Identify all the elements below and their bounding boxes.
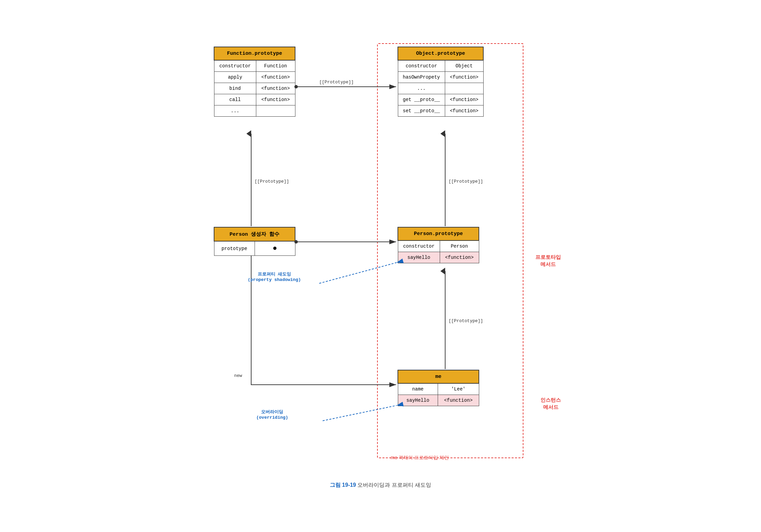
- object-prototype-header: Object.prototype: [398, 47, 483, 60]
- me-instance-table: me name 'Lee' sayHello <function>: [398, 370, 479, 406]
- table-row: name 'Lee': [398, 383, 479, 395]
- prototype-label-1: [[Prototype]]: [319, 80, 354, 85]
- person-constructor-table: Person 생성자 함수 prototype ●: [214, 227, 295, 256]
- cell: Person: [440, 240, 479, 252]
- new-label: new: [234, 373, 242, 378]
- cell: <function>: [445, 105, 483, 117]
- cell-prototype-label: prototype: [214, 241, 255, 256]
- cell-sayhello-value: <function>: [438, 395, 479, 406]
- cell: constructor: [398, 60, 445, 72]
- function-prototype-header: Function.prototype: [214, 47, 295, 60]
- person-prototype-table: Person.prototype constructor Person sayH…: [398, 227, 479, 263]
- table-row: get __proto__ <function>: [398, 94, 483, 105]
- cell: Function: [256, 60, 295, 72]
- cell: get __proto__: [398, 94, 445, 105]
- table-row: constructor Person: [398, 240, 479, 252]
- caption-colored: 그림 19-19: [330, 482, 356, 488]
- diagram-caption: 그림 19-19 오버라이딩과 프로퍼티 새도잉: [261, 482, 500, 489]
- cell: constructor: [398, 240, 440, 252]
- cell: ...: [214, 105, 256, 117]
- cell-sayhello: sayHello: [398, 395, 438, 406]
- table-row: prototype ●: [214, 241, 295, 256]
- overriding-en: (overriding): [256, 415, 288, 420]
- table-row: bind <function>: [214, 83, 295, 94]
- diagram-container: Function.prototype constructor Function …: [193, 36, 568, 496]
- cell: bind: [214, 83, 256, 94]
- cell: <function>: [445, 94, 483, 105]
- table-row: apply <function>: [214, 72, 295, 83]
- caption-plain: 오버라이딩과 프로퍼티 새도잉: [356, 482, 431, 488]
- person-prototype-header: Person.prototype: [398, 227, 479, 240]
- overriding-ko: 오버라이딩: [256, 409, 288, 415]
- cell-sayhello-value: <function>: [440, 252, 479, 263]
- table-row: constructor Function: [214, 60, 295, 72]
- cell: hasOwnPropety: [398, 72, 445, 83]
- cell: <function>: [445, 72, 483, 83]
- table-row: set __proto__ <function>: [398, 105, 483, 117]
- property-shadowing-ko: 프로퍼티 새도잉: [248, 271, 301, 277]
- cell: ...: [398, 83, 445, 94]
- property-shadowing-label: 프로퍼티 새도잉 (property shadowing): [248, 271, 301, 282]
- cell-sayhello: sayHello: [398, 252, 440, 263]
- table-row: call <function>: [214, 94, 295, 105]
- cell: call: [214, 94, 256, 105]
- table-row: sayHello <function>: [398, 395, 479, 406]
- person-constructor-header: Person 생성자 함수: [214, 227, 295, 241]
- cell-name: name: [398, 383, 438, 395]
- cell: Object: [445, 60, 483, 72]
- prototype-method-line1: 프로토타입: [535, 254, 561, 261]
- prototype-method-line2: 메서드: [535, 261, 561, 268]
- cell: [445, 83, 483, 94]
- cell-prototype-dot: ●: [255, 241, 295, 256]
- table-row: sayHello <function>: [398, 252, 479, 263]
- cell: <function>: [256, 94, 295, 105]
- prototype-method-label: 프로토타입 메서드: [535, 254, 561, 268]
- cell: constructor: [214, 60, 256, 72]
- prototype-label-2: [[Prototype]]: [255, 179, 289, 184]
- object-prototype-table: Object.prototype constructor Object hasO…: [398, 47, 484, 117]
- cell: <function>: [256, 72, 295, 83]
- cell: set __proto__: [398, 105, 445, 117]
- table-row: hasOwnPropety <function>: [398, 72, 483, 83]
- table-row: ...: [214, 105, 295, 117]
- cell: apply: [214, 72, 256, 83]
- cell: [256, 105, 295, 117]
- instance-method-line2: 메서드: [540, 404, 561, 411]
- overriding-label: 오버라이딩 (overriding): [256, 409, 288, 420]
- cell-name-value: 'Lee': [438, 383, 479, 395]
- instance-method-line1: 인스턴스: [540, 397, 561, 404]
- me-header: me: [398, 370, 479, 383]
- function-prototype-table: Function.prototype constructor Function …: [214, 47, 295, 117]
- property-shadowing-en: (property shadowing): [248, 277, 301, 282]
- cell: <function>: [256, 83, 295, 94]
- me-chain-label: me 객체의 프로토타입 체인: [391, 455, 449, 461]
- instance-method-label: 인스턴스 메서드: [540, 397, 561, 411]
- table-row: ...: [398, 83, 483, 94]
- table-row: constructor Object: [398, 60, 483, 72]
